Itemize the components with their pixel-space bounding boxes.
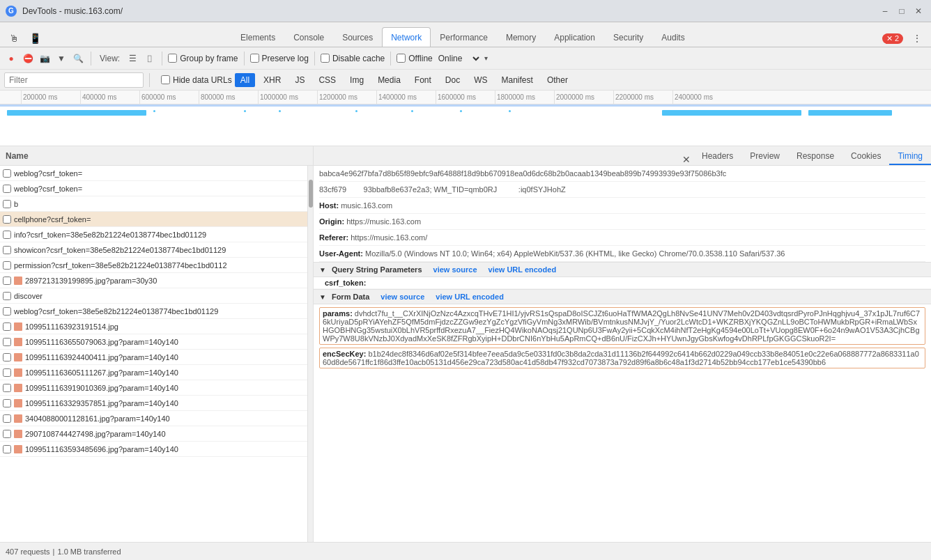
tab-timing[interactable]: Timing xyxy=(889,148,931,165)
list-item[interactable]: weblog?csrf_token=38e5e82b21224e0138774b… xyxy=(0,304,307,319)
form-data-view-url-encoded-link[interactable]: view URL encoded xyxy=(436,293,504,301)
timeline-dot-2 xyxy=(244,110,246,112)
request-checkbox[interactable] xyxy=(3,399,11,407)
tab-security[interactable]: Security xyxy=(604,27,652,47)
list-item[interactable]: 1099511163923191514.jpg xyxy=(0,319,307,334)
query-string-view-source-link[interactable]: view source xyxy=(433,265,477,274)
request-checkbox[interactable] xyxy=(3,384,11,392)
tab-audits[interactable]: Audits xyxy=(652,27,693,47)
request-checkbox[interactable] xyxy=(3,292,11,300)
tab-network[interactable]: Network xyxy=(382,27,431,47)
type-all-button[interactable]: All xyxy=(235,73,255,87)
request-checkbox[interactable] xyxy=(3,445,11,453)
view-waterfall-button[interactable]: ⌷ xyxy=(142,52,156,65)
view-list-button[interactable]: ☰ xyxy=(125,52,139,65)
request-checkbox[interactable] xyxy=(3,368,11,377)
request-checkbox[interactable] xyxy=(3,322,11,331)
request-checkbox[interactable] xyxy=(3,200,11,208)
request-checkbox[interactable] xyxy=(3,185,11,193)
list-item[interactable]: 1099511163655079063.jpg?param=140y140 xyxy=(0,334,307,350)
close-button[interactable]: ✕ xyxy=(911,4,925,18)
type-doc-button[interactable]: Doc xyxy=(440,73,466,87)
tab-preview[interactable]: Preview xyxy=(741,148,788,165)
type-font-button[interactable]: Font xyxy=(409,73,437,87)
minimize-button[interactable]: – xyxy=(878,4,892,18)
form-param-encseckey: encSecKey: b1b24dec8f8346d6af02e5f314bfe… xyxy=(319,348,925,368)
timeline-area: 200000 ms 400000 ms 600000 ms 800000 ms … xyxy=(0,91,931,146)
form-data-section-header[interactable]: ▼ Form Data view source view URL encoded xyxy=(314,289,931,304)
close-details-button[interactable]: ✕ xyxy=(682,154,691,165)
list-item[interactable]: 1099511163605111267.jpg?param=140y140 xyxy=(0,365,307,380)
preserve-log-checkbox[interactable] xyxy=(250,54,259,63)
inspect-element-button[interactable]: 🖱 xyxy=(6,30,22,47)
request-checkbox[interactable] xyxy=(3,307,11,316)
type-xhr-button[interactable]: XHR xyxy=(258,73,286,87)
list-item[interactable]: 34040880001128161.jpg?param=140y140 xyxy=(0,411,307,426)
search-button[interactable]: 🔍 xyxy=(71,52,85,65)
filter-button[interactable]: ▼ xyxy=(54,52,68,65)
disable-cache-checkbox[interactable] xyxy=(321,54,330,63)
type-manifest-button[interactable]: Manifest xyxy=(496,73,539,87)
timeline-dot-4 xyxy=(355,110,357,112)
timeline-dot-7 xyxy=(509,110,511,112)
request-checkbox[interactable] xyxy=(3,215,11,224)
form-data-view-source-link[interactable]: view source xyxy=(380,293,424,301)
devtools-menu-button[interactable]: ⋮ xyxy=(909,30,925,47)
group-by-frame-checkbox[interactable] xyxy=(168,54,177,63)
type-other-button[interactable]: Other xyxy=(541,73,574,87)
tab-console[interactable]: Console xyxy=(284,27,333,47)
hide-data-urls-checkbox[interactable] xyxy=(161,75,170,84)
query-string-label: Query String Parameters xyxy=(332,265,422,274)
request-checkbox[interactable] xyxy=(3,169,11,178)
request-checkbox[interactable] xyxy=(3,414,11,423)
list-item[interactable]: 1099511163924400411.jpg?param=140y140 xyxy=(0,350,307,365)
list-item[interactable]: b xyxy=(0,196,307,212)
list-item[interactable]: 1099511163919010369.jpg?param=140y140 xyxy=(0,380,307,396)
tab-elements[interactable]: Elements xyxy=(231,27,284,47)
request-checkbox[interactable] xyxy=(3,277,11,285)
type-ws-button[interactable]: WS xyxy=(468,73,493,87)
title-bar: G DevTools - music.163.com/ – □ ✕ xyxy=(0,0,931,22)
tab-application[interactable]: Application xyxy=(545,27,604,47)
image-icon xyxy=(14,384,22,392)
query-string-section-header[interactable]: ▼ Query String Parameters view source vi… xyxy=(314,262,931,277)
request-checkbox[interactable] xyxy=(3,338,11,346)
device-toolbar-button[interactable]: 📱 xyxy=(26,30,43,47)
tab-response[interactable]: Response xyxy=(788,148,842,165)
clear-button[interactable]: ⛔ xyxy=(21,52,35,65)
request-checkbox[interactable] xyxy=(3,231,11,239)
request-checkbox[interactable] xyxy=(3,246,11,254)
list-item[interactable]: info?csrf_token=38e5e82b21224e0138774bec… xyxy=(0,227,307,242)
maximize-button[interactable]: □ xyxy=(895,4,909,18)
list-item[interactable]: discover xyxy=(0,288,307,304)
type-css-button[interactable]: CSS xyxy=(313,73,341,87)
type-img-button[interactable]: Img xyxy=(344,73,369,87)
list-item[interactable]: weblog?csrf_token= xyxy=(0,181,307,196)
list-item[interactable]: 2897213139199895.jpg?param=30y30 xyxy=(0,273,307,288)
type-js-button[interactable]: JS xyxy=(289,73,310,87)
request-checkbox[interactable] xyxy=(3,353,11,361)
tab-memory[interactable]: Memory xyxy=(497,27,545,47)
offline-checkbox[interactable] xyxy=(397,54,406,63)
list-item[interactable]: permission?csrf_token=38e5e82b21224e0138… xyxy=(0,258,307,273)
record-button[interactable]: ● xyxy=(4,52,18,65)
tab-performance[interactable]: Performance xyxy=(431,27,497,47)
throttle-select[interactable]: Online Fast 3G Slow 3G Offline xyxy=(436,53,482,64)
tab-cookies[interactable]: Cookies xyxy=(842,148,889,165)
list-item-selected[interactable]: cellphone?csrf_token= xyxy=(0,212,307,227)
list-item[interactable]: weblog?csrf_token= xyxy=(0,166,307,181)
requests-scrollbar[interactable] xyxy=(307,166,313,542)
window-controls: – □ ✕ xyxy=(878,4,925,18)
list-item[interactable]: 2907108744427498.jpg?param=140y140 xyxy=(0,426,307,442)
tab-sources[interactable]: Sources xyxy=(333,27,382,47)
request-checkbox[interactable] xyxy=(3,261,11,270)
filter-input[interactable] xyxy=(4,72,144,88)
request-checkbox[interactable] xyxy=(3,430,11,438)
query-string-view-url-encoded-link[interactable]: view URL encoded xyxy=(488,265,557,274)
camera-button[interactable]: 📷 xyxy=(38,52,52,65)
tab-headers[interactable]: Headers xyxy=(693,148,741,165)
list-item[interactable]: showicon?csrf_token=38e5e82b21224e013877… xyxy=(0,242,307,258)
type-media-button[interactable]: Media xyxy=(372,73,406,87)
list-item[interactable]: 1099511163593485696.jpg?param=140y140 xyxy=(0,442,307,457)
list-item[interactable]: 1099511163329357851.jpg?param=140y140 xyxy=(0,396,307,411)
